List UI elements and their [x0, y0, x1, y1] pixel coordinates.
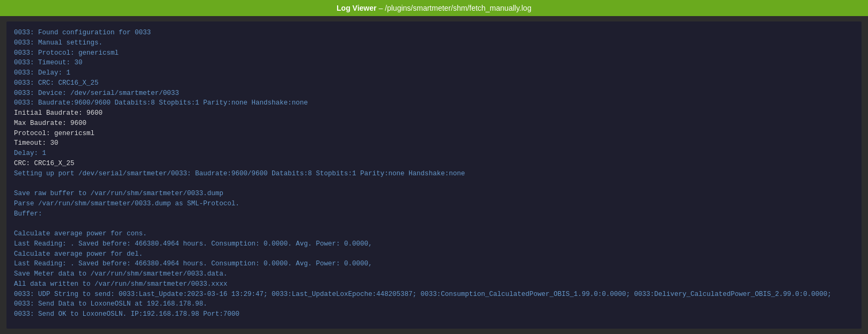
log-line: 0033: Found configuration for 0033	[14, 28, 854, 38]
log-viewer-area[interactable]: 0033: Found configuration for 00330033: …	[6, 21, 862, 329]
log-line: Delay: 1	[14, 149, 854, 159]
log-line: Parse /var/run/shm/smartmeter/0033.dump …	[14, 199, 854, 209]
log-line: Last Reading: . Saved before: 466380.496…	[14, 259, 854, 269]
app-name: Log Viewer – /plugins/smartmeter/shm/fet…	[337, 4, 531, 12]
app-name-bold: Log Viewer	[337, 4, 376, 12]
log-line: Initial Baudrate: 9600	[14, 108, 854, 118]
log-line: Timeout: 30	[14, 138, 854, 149]
log-line: All data written to /var/run/shm/smartme…	[14, 279, 854, 290]
log-line: Buffer:	[14, 209, 854, 219]
log-line: Calculate average power for cons.	[14, 229, 854, 239]
log-line: Max Baudrate: 9600	[14, 118, 854, 129]
log-line: 0033: Timeout: 30	[14, 58, 854, 68]
title-separator: –	[377, 4, 385, 12]
log-line: CRC: CRC16_X_25	[14, 159, 854, 169]
log-line: 0033: Delay: 1	[14, 68, 854, 78]
log-line	[14, 219, 854, 229]
log-line: 0033: UDP String to send: 0033:Last_Upda…	[14, 290, 854, 300]
log-line: Setting up port /dev/serial/smartmeter/0…	[14, 169, 854, 179]
log-line: 0033: CRC: CRC16_X_25	[14, 78, 854, 88]
log-line: Save raw buffer to /var/run/shm/smartmet…	[14, 189, 854, 199]
log-content: 0033: Found configuration for 00330033: …	[14, 28, 854, 320]
log-line: 0033: Send Data to LoxoneOSLN at 192.168…	[14, 299, 854, 309]
log-line: 0033: Send OK to LoxoneOSLN. IP:192.168.…	[14, 309, 854, 320]
log-line	[14, 179, 854, 189]
log-line: Protocol: genericsml	[14, 129, 854, 139]
log-line: Last Reading: . Saved before: 466380.496…	[14, 239, 854, 249]
titlebar: Log Viewer – /plugins/smartmeter/shm/fet…	[0, 0, 868, 16]
log-line: 0033: Manual settings.	[14, 38, 854, 48]
log-line: Save Meter data to /var/run/shm/smartmet…	[14, 269, 854, 279]
log-line: Calculate average power for del.	[14, 249, 854, 259]
log-line: 0033: Device: /dev/serial/smartmeter/003…	[14, 88, 854, 99]
log-line: 0033: Baudrate:9600/9600 Databits:8 Stop…	[14, 98, 854, 108]
file-path: /plugins/smartmeter/shm/fetch_manually.l…	[385, 4, 531, 12]
log-line: 0033: Protocol: genericsml	[14, 48, 854, 58]
